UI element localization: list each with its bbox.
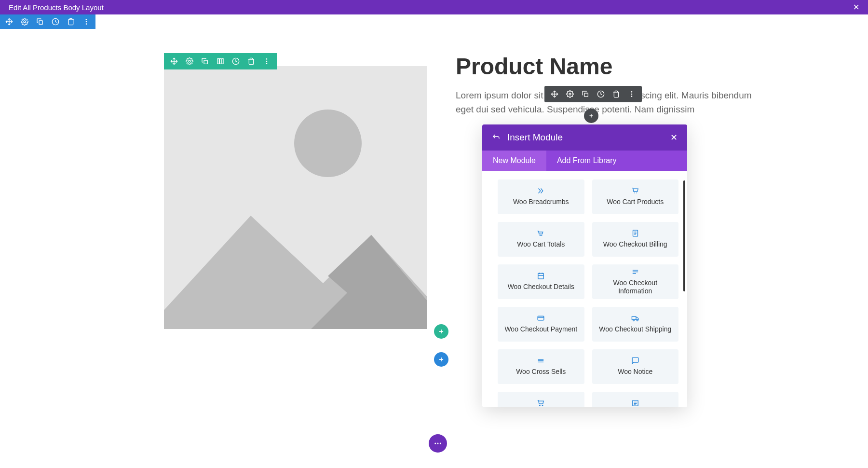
save-icon[interactable]	[231, 57, 240, 66]
cart-totals-icon	[537, 229, 545, 237]
close-icon[interactable]: ×	[853, 2, 859, 13]
settings-icon[interactable]	[566, 90, 574, 98]
payment-icon	[537, 314, 545, 322]
module-woo-checkout-billing[interactable]: Woo Checkout Billing	[592, 222, 679, 257]
module-woo-breadcrumbs[interactable]: Woo Breadcrumbs	[498, 179, 584, 214]
settings-icon[interactable]	[185, 57, 194, 66]
content-area: Product Name Lorem ipsum dolor sit amet,…	[0, 29, 868, 329]
tab-add-from-library[interactable]: Add From Library	[546, 151, 627, 171]
svg-rect-28	[538, 317, 544, 321]
details-icon	[537, 272, 545, 280]
svg-point-6	[189, 60, 190, 62]
module-label: Woo Breadcrumbs	[513, 198, 569, 206]
svg-point-21	[631, 94, 633, 95]
description-icon	[631, 399, 639, 407]
svg-point-30	[633, 320, 634, 321]
cross-sells-icon	[537, 357, 545, 365]
delete-icon[interactable]	[67, 17, 75, 26]
module-woo-checkout-payment[interactable]: Woo Checkout Payment	[498, 307, 584, 342]
module-woo-cart-products[interactable]: Woo Cart Products	[592, 179, 679, 214]
module-toolbar	[544, 86, 642, 102]
svg-point-17	[569, 93, 571, 95]
svg-rect-18	[584, 93, 588, 96]
module-label: Woo Checkout Details	[508, 283, 574, 290]
shipping-icon	[631, 314, 639, 322]
move-icon[interactable]	[170, 57, 178, 66]
svg-point-20	[631, 91, 633, 93]
module-label: Woo Notice	[618, 368, 652, 375]
svg-point-23	[434, 443, 436, 444]
module-woo-notice[interactable]: Woo Notice	[592, 349, 679, 384]
move-icon[interactable]	[550, 90, 559, 98]
module-label: Woo Checkout Payment	[504, 325, 577, 333]
top-bar: Edit All Products Body Layout ×	[0, 0, 868, 14]
columns-icon[interactable]	[216, 57, 225, 66]
save-icon[interactable]	[51, 17, 60, 26]
svg-point-31	[637, 320, 638, 321]
delete-icon[interactable]	[247, 57, 256, 66]
settings-icon[interactable]	[20, 17, 29, 26]
close-icon[interactable]: ✕	[670, 132, 678, 143]
section-toolbar	[0, 14, 95, 29]
module-woo-product-description[interactable]: Woo Product Description	[592, 392, 679, 407]
svg-rect-29	[632, 317, 636, 319]
move-icon[interactable]	[5, 17, 14, 26]
info-icon	[631, 268, 639, 276]
floating-menu-button[interactable]	[429, 434, 447, 453]
modal-header: Insert Module ✕	[482, 124, 687, 151]
svg-point-32	[540, 405, 540, 406]
notice-icon	[631, 357, 639, 365]
module-label: Woo Cross Sells	[516, 368, 566, 375]
product-title: Product Name	[456, 53, 757, 80]
svg-point-14	[266, 63, 268, 64]
svg-point-22	[631, 96, 633, 97]
module-woo-checkout-information[interactable]: Woo Checkout Information	[592, 264, 679, 299]
page-title: Edit All Products Body Layout	[9, 3, 104, 12]
svg-point-13	[266, 61, 268, 62]
module-label: Woo Checkout Billing	[603, 240, 667, 248]
module-woo-cross-sells[interactable]: Woo Cross Sells	[498, 349, 584, 384]
add-section-button[interactable]	[434, 352, 448, 367]
modal-body: Woo Breadcrumbs Woo Cart Products Woo Ca…	[482, 171, 687, 407]
module-woo-checkout-shipping[interactable]: Woo Checkout Shipping	[592, 307, 679, 342]
add-row-button[interactable]	[434, 324, 448, 339]
svg-rect-1	[39, 21, 42, 24]
module-label: Woo Cart Products	[607, 198, 664, 206]
breadcrumbs-icon	[537, 187, 545, 195]
svg-point-12	[266, 58, 268, 60]
svg-point-4	[86, 21, 87, 23]
duplicate-icon[interactable]	[201, 57, 209, 66]
product-image-placeholder[interactable]	[164, 66, 427, 329]
svg-point-33	[542, 405, 543, 406]
delete-icon[interactable]	[612, 90, 621, 98]
add-module-button[interactable]	[584, 109, 598, 123]
modal-title: Insert Module	[507, 132, 664, 143]
cart-icon	[631, 187, 639, 195]
add-to-cart-icon	[537, 399, 545, 407]
module-woo-add-to-cart[interactable]: Woo Product Add To Cart	[498, 392, 584, 407]
module-woo-checkout-details[interactable]: Woo Checkout Details	[498, 264, 584, 299]
svg-point-16	[294, 110, 362, 177]
duplicate-icon[interactable]	[36, 17, 44, 26]
svg-rect-7	[204, 60, 207, 64]
svg-point-25	[440, 443, 441, 444]
svg-rect-27	[538, 274, 543, 279]
tab-new-module[interactable]: New Module	[482, 151, 546, 171]
module-label: Woo Cart Totals	[517, 240, 565, 248]
scrollbar-thumb[interactable]	[683, 180, 685, 291]
duplicate-icon[interactable]	[581, 90, 590, 98]
row-toolbar	[164, 53, 277, 69]
save-icon[interactable]	[597, 90, 605, 98]
more-icon[interactable]	[262, 57, 271, 66]
module-label: Woo Checkout Information	[596, 279, 675, 294]
svg-rect-9	[220, 59, 221, 64]
back-icon[interactable]	[492, 133, 501, 142]
svg-rect-10	[222, 59, 223, 64]
more-icon[interactable]	[627, 90, 636, 98]
module-woo-cart-totals[interactable]: Woo Cart Totals	[498, 222, 584, 257]
insert-module-modal: Insert Module ✕ New Module Add From Libr…	[482, 124, 687, 407]
svg-point-0	[24, 21, 26, 23]
svg-point-3	[86, 19, 87, 20]
more-icon[interactable]	[82, 17, 91, 26]
svg-point-24	[437, 443, 439, 444]
